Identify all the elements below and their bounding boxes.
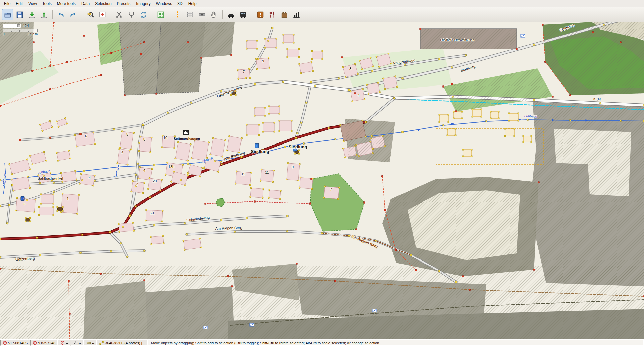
building-node[interactable] bbox=[142, 192, 144, 194]
building-node[interactable] bbox=[246, 48, 247, 49]
node[interactable] bbox=[395, 249, 396, 251]
node[interactable] bbox=[364, 202, 365, 203]
building-node[interactable] bbox=[60, 212, 62, 213]
building-node[interactable] bbox=[462, 149, 464, 150]
open-file-button[interactable] bbox=[2, 9, 13, 20]
node[interactable] bbox=[109, 232, 111, 233]
culvert-icon[interactable] bbox=[372, 309, 377, 312]
building-node[interactable] bbox=[279, 120, 280, 121]
node[interactable] bbox=[82, 234, 83, 235]
building-node[interactable] bbox=[175, 158, 176, 159]
node[interactable] bbox=[135, 206, 136, 207]
building-node[interactable] bbox=[338, 187, 340, 188]
building-node[interactable] bbox=[45, 160, 47, 162]
node[interactable] bbox=[301, 122, 302, 123]
node[interactable] bbox=[410, 254, 412, 256]
node[interactable] bbox=[227, 276, 229, 277]
node[interactable] bbox=[50, 89, 51, 90]
building-node[interactable] bbox=[51, 127, 53, 128]
building-node[interactable] bbox=[283, 42, 284, 43]
building-node[interactable] bbox=[151, 137, 152, 138]
node[interactable] bbox=[439, 58, 440, 60]
building-node[interactable] bbox=[250, 196, 251, 197]
building-node[interactable] bbox=[163, 242, 164, 244]
orange-dashes-button[interactable] bbox=[172, 9, 183, 20]
building-node[interactable] bbox=[299, 163, 300, 165]
node[interactable] bbox=[83, 35, 85, 36]
building-node[interactable] bbox=[174, 147, 175, 149]
imagery-grid-button[interactable] bbox=[155, 9, 166, 20]
node[interactable] bbox=[335, 280, 336, 282]
building-node[interactable] bbox=[133, 230, 135, 231]
building-node[interactable] bbox=[56, 121, 57, 122]
menu-presets[interactable]: Presets bbox=[114, 1, 133, 7]
menu-tools[interactable]: Tools bbox=[40, 1, 54, 7]
node[interactable] bbox=[402, 78, 403, 79]
zoom-selection-button[interactable] bbox=[85, 9, 96, 20]
building-node[interactable] bbox=[263, 188, 264, 189]
building-node[interactable] bbox=[298, 153, 300, 154]
building-node[interactable] bbox=[40, 203, 42, 204]
node[interactable] bbox=[455, 281, 457, 283]
node[interactable] bbox=[7, 223, 8, 224]
building-node[interactable] bbox=[76, 179, 77, 181]
building-node[interactable] bbox=[354, 63, 356, 65]
building-node[interactable] bbox=[57, 206, 58, 208]
building-node[interactable] bbox=[262, 122, 264, 123]
building-node[interactable] bbox=[117, 162, 118, 164]
building-node[interactable] bbox=[237, 69, 238, 70]
node[interactable] bbox=[40, 254, 41, 256]
building-node[interactable] bbox=[376, 56, 377, 58]
building-node[interactable] bbox=[230, 94, 232, 96]
building[interactable] bbox=[279, 120, 292, 132]
building[interactable] bbox=[15, 197, 36, 213]
building-node[interactable] bbox=[344, 157, 346, 158]
building-node[interactable] bbox=[187, 172, 189, 174]
node[interactable] bbox=[186, 234, 187, 235]
building-node[interactable] bbox=[8, 163, 10, 165]
building-node[interactable] bbox=[274, 122, 275, 123]
building-node[interactable] bbox=[462, 156, 464, 157]
building[interactable] bbox=[504, 128, 515, 137]
building-node[interactable] bbox=[246, 124, 247, 125]
building[interactable] bbox=[462, 149, 472, 157]
building-node[interactable] bbox=[508, 113, 510, 114]
node[interactable] bbox=[139, 142, 140, 143]
node[interactable] bbox=[310, 81, 312, 83]
building-node[interactable] bbox=[133, 132, 135, 134]
building[interactable] bbox=[254, 107, 266, 116]
building-node[interactable] bbox=[283, 34, 284, 35]
building-node[interactable] bbox=[291, 130, 292, 132]
building-node[interactable] bbox=[372, 66, 374, 67]
building-node[interactable] bbox=[280, 190, 281, 191]
building-node[interactable] bbox=[279, 130, 280, 132]
building-node[interactable] bbox=[161, 221, 163, 222]
building-node[interactable] bbox=[294, 153, 296, 154]
chart-button[interactable] bbox=[291, 9, 302, 20]
building-node[interactable] bbox=[352, 101, 353, 102]
building-node[interactable] bbox=[256, 40, 258, 41]
map-area[interactable]: iiPOsterbergstraßeFriedhofswegStadtwegSt… bbox=[0, 22, 644, 339]
building[interactable] bbox=[453, 111, 463, 119]
building-node[interactable] bbox=[264, 115, 266, 116]
building-node[interactable] bbox=[246, 134, 247, 136]
building-node[interactable] bbox=[481, 116, 482, 117]
node[interactable] bbox=[335, 139, 336, 140]
building-node[interactable] bbox=[145, 220, 146, 221]
node[interactable] bbox=[341, 57, 343, 58]
node[interactable] bbox=[603, 24, 604, 25]
building-node[interactable] bbox=[279, 198, 281, 199]
node[interactable] bbox=[234, 231, 235, 232]
building-node[interactable] bbox=[322, 50, 323, 52]
building-node[interactable] bbox=[324, 186, 325, 187]
building-node[interactable] bbox=[200, 247, 202, 248]
refresh-button[interactable] bbox=[138, 9, 149, 20]
building-node[interactable] bbox=[272, 181, 273, 182]
building-node[interactable] bbox=[210, 154, 211, 155]
node[interactable] bbox=[122, 226, 124, 227]
node[interactable] bbox=[382, 176, 383, 177]
building-node[interactable] bbox=[268, 113, 270, 114]
building-node[interactable] bbox=[345, 76, 346, 78]
building[interactable] bbox=[268, 189, 281, 199]
building-node[interactable] bbox=[187, 175, 189, 176]
